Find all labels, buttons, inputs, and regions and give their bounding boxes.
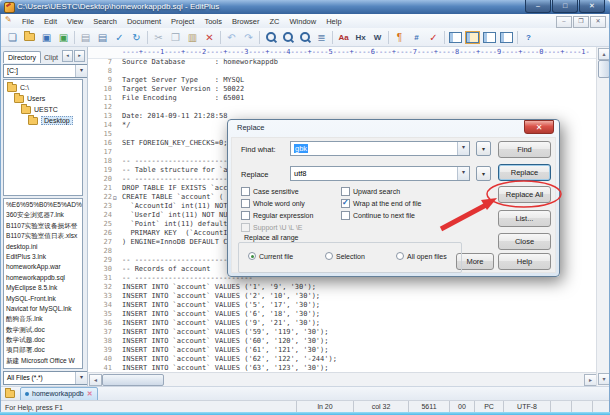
- save-icon[interactable]: ▣: [38, 29, 55, 45]
- tree-item[interactable]: C:\: [4, 82, 82, 93]
- undo-icon[interactable]: ↶: [223, 29, 240, 45]
- search-option-checkbox[interactable]: Case sensitive: [241, 186, 299, 196]
- file-item[interactable]: 新建 Microsoft Office W: [4, 356, 82, 366]
- maximize-button[interactable]: [552, 0, 578, 13]
- menu-item-search[interactable]: Search: [88, 15, 122, 28]
- replace-with-combo[interactable]: utf8: [290, 166, 470, 181]
- find-icon[interactable]: [262, 29, 279, 45]
- panel-directory-icon[interactable]: [447, 29, 464, 45]
- folder-tree[interactable]: C:\UsersUESTCDesktop: [3, 79, 83, 196]
- mdi-restore-button[interactable]: [573, 16, 589, 28]
- file-item[interactable]: MyEclipse 8.5.lnk: [4, 283, 82, 293]
- cut-icon[interactable]: ✂: [150, 29, 167, 45]
- mdi-close-button[interactable]: [590, 16, 606, 28]
- vertical-scrollbar[interactable]: [596, 47, 609, 386]
- file-item[interactable]: %E6%95%B0%E5%AD%: [4, 200, 82, 210]
- find-in-files-icon[interactable]: [296, 29, 313, 45]
- file-item[interactable]: homeworkappdb.sql: [4, 273, 82, 283]
- menu-item-browser[interactable]: Browser: [227, 15, 265, 28]
- search-option-checkbox[interactable]: Upward search: [341, 186, 400, 196]
- tree-item[interactable]: Desktop: [4, 115, 82, 126]
- menu-item-view[interactable]: View: [62, 15, 88, 28]
- search-option-checkbox[interactable]: Whole word only: [241, 198, 305, 208]
- toggle-marker-icon[interactable]: ≣: [313, 29, 330, 45]
- panel-browser-icon[interactable]: [498, 29, 515, 45]
- tab-scroll-right-icon[interactable]: [74, 50, 85, 62]
- folder-icon[interactable]: [5, 390, 15, 398]
- find-button[interactable]: Find: [498, 141, 551, 158]
- panel-output-icon[interactable]: [481, 29, 498, 45]
- replace-button[interactable]: Replace: [498, 164, 551, 181]
- scroll-left-icon[interactable]: [89, 374, 102, 386]
- print-preview-icon[interactable]: ▤: [77, 29, 94, 45]
- menu-item-project[interactable]: Project: [166, 15, 199, 28]
- wrap-mode-icon[interactable]: ¶: [391, 29, 408, 45]
- font-size-icon[interactable]: Aa: [335, 29, 352, 45]
- tree-item[interactable]: UESTC: [4, 104, 82, 115]
- menu-item-zc[interactable]: ZC: [264, 15, 284, 28]
- file-filter-select[interactable]: All Files (*.*): [3, 371, 88, 385]
- file-item[interactable]: 数学测试.doc: [4, 325, 82, 335]
- find-combo-caret-icon[interactable]: [457, 142, 469, 155]
- tab-directory[interactable]: Directory: [3, 51, 41, 63]
- range-radio[interactable]: Current file: [248, 251, 293, 261]
- close-dialog-button[interactable]: Close: [498, 233, 551, 250]
- filter-caret-icon[interactable]: [75, 372, 87, 384]
- spell-check-icon[interactable]: ✓: [111, 29, 128, 45]
- close-button[interactable]: [579, 0, 605, 13]
- list-button[interactable]: List...: [498, 210, 551, 227]
- menu-item-help[interactable]: Help: [321, 15, 346, 28]
- print-icon[interactable]: ▤: [94, 29, 111, 45]
- search-option-checkbox[interactable]: Regular expression: [241, 210, 313, 220]
- file-item[interactable]: EditPlus 3.lnk: [4, 252, 82, 262]
- file-item[interactable]: Navicat for MySQL.lnk: [4, 304, 82, 314]
- menu-item-window[interactable]: Window: [284, 15, 321, 28]
- syntax-check-icon[interactable]: ✓: [425, 29, 442, 45]
- find-what-combo[interactable]: gbk: [290, 141, 470, 156]
- search-option-checkbox[interactable]: Continue to next file: [341, 210, 415, 220]
- menu-item-tools[interactable]: Tools: [199, 15, 227, 28]
- file-item[interactable]: homeworkApp.war: [4, 262, 82, 272]
- tab-cliptext[interactable]: Clipt: [41, 52, 61, 63]
- menu-item-file[interactable]: File: [17, 15, 39, 28]
- help-pointer-icon[interactable]: ?: [520, 29, 537, 45]
- file-item[interactable]: MySQL-Front.lnk: [4, 294, 82, 304]
- file-item[interactable]: 项目部署.doc: [4, 345, 82, 355]
- file-item[interactable]: B1107实验室设备损坏登: [4, 221, 82, 231]
- file-item[interactable]: B1107实验室值日表.xlsx: [4, 231, 82, 241]
- hscroll-thumb[interactable]: [102, 374, 164, 386]
- paste-icon[interactable]: ▥: [184, 29, 201, 45]
- mdi-minimize-button[interactable]: [556, 16, 572, 28]
- hex-view-icon[interactable]: Hx: [352, 29, 369, 45]
- line-numbers-icon[interactable]: #: [408, 29, 425, 45]
- file-item[interactable]: 数学试题.doc: [4, 335, 82, 345]
- tab-close-icon[interactable]: [87, 390, 93, 398]
- document-tab[interactable]: homeworkappdb: [20, 387, 98, 401]
- search-option-checkbox[interactable]: Wrap at the end of file: [341, 198, 421, 208]
- delete-icon[interactable]: ✕: [201, 29, 218, 45]
- drive-caret-icon[interactable]: [75, 65, 87, 77]
- menu-item-document[interactable]: Document: [122, 15, 166, 28]
- full-width-icon[interactable]: W: [369, 29, 386, 45]
- replace-history-dropdown-button[interactable]: [476, 166, 491, 181]
- tree-item[interactable]: Users: [4, 93, 82, 104]
- file-item[interactable]: 360安全浏览器7.lnk: [4, 210, 82, 220]
- new-file-icon[interactable]: ❏: [4, 29, 21, 45]
- replace-icon[interactable]: [279, 29, 296, 45]
- replace-combo-caret-icon[interactable]: [457, 167, 469, 180]
- open-file-icon[interactable]: [21, 29, 38, 45]
- file-list[interactable]: %E6%95%B0%E5%AD%360安全浏览器7.lnkB1107实验室设备损…: [3, 198, 83, 369]
- panel-cliptext-icon[interactable]: [464, 29, 481, 45]
- help-button[interactable]: Help: [498, 253, 551, 270]
- find-history-dropdown-button[interactable]: [476, 141, 491, 156]
- file-item[interactable]: desktop.ini: [4, 242, 82, 252]
- save-all-icon[interactable]: ▣: [55, 29, 72, 45]
- reload-icon[interactable]: ↻: [128, 29, 145, 45]
- menu-item-edit[interactable]: Edit: [39, 15, 62, 28]
- horizontal-scrollbar[interactable]: [88, 372, 598, 386]
- replace-all-button[interactable]: Replace All: [498, 186, 551, 203]
- file-item[interactable]: 酷狗音乐.lnk: [4, 314, 82, 324]
- copy-icon[interactable]: ❐: [167, 29, 184, 45]
- range-radio[interactable]: Selection: [325, 251, 365, 261]
- dialog-close-button[interactable]: [524, 120, 554, 134]
